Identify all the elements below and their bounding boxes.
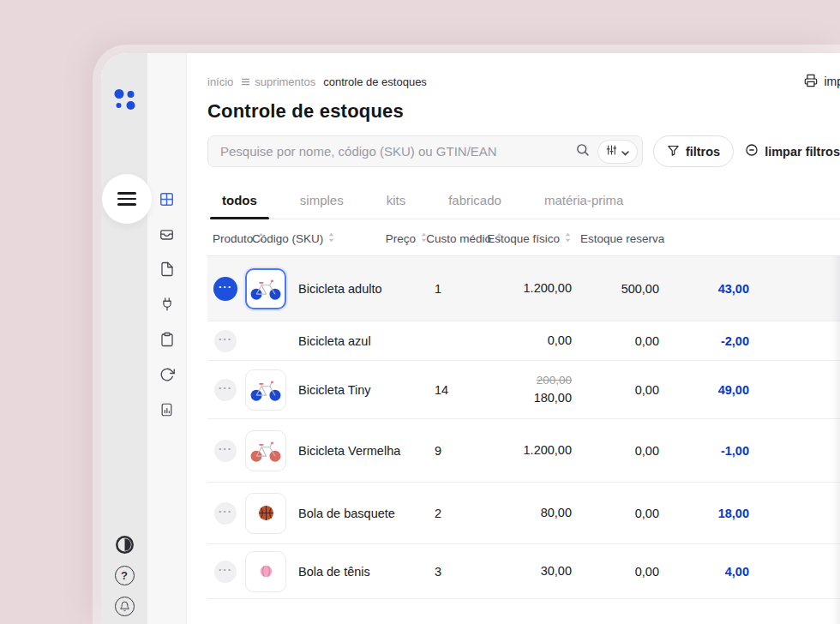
row-actions-button[interactable]: ··· [214, 561, 237, 583]
column-header-label: Preço [386, 232, 416, 245]
table-row[interactable]: ··· Bola de tênis 3 30,00 0,00 4,00 [207, 544, 840, 599]
row-action-cell: ··· [207, 502, 245, 525]
product-sku: 14 [428, 383, 503, 397]
search-box[interactable] [207, 135, 643, 167]
row-actions-button[interactable]: ··· [214, 379, 237, 401]
column-header[interactable]: Estoque reserva [572, 232, 659, 245]
search-options-dropdown[interactable] [597, 140, 638, 164]
product-stock-physical[interactable]: 43,00 [659, 282, 749, 296]
product-price-current: 80,00 [541, 504, 572, 523]
product-stock-physical[interactable]: -1,00 [659, 444, 749, 458]
sliders-icon [606, 144, 617, 159]
product-thumbnail-cell [245, 430, 293, 471]
product-name: Bola de basquete [293, 507, 428, 520]
column-header[interactable]: Preço [293, 232, 428, 245]
table-row[interactable]: ··· Bicicleta azul 0,00 0,00 -2,00 [207, 321, 840, 361]
product-avg-cost: 0,00 [572, 507, 659, 520]
sort-icon[interactable] [564, 232, 572, 245]
product-sku: 2 [428, 507, 503, 520]
product-stock-physical[interactable]: 49,00 [659, 383, 749, 397]
breadcrumb-item[interactable]: suprimentos [241, 75, 315, 88]
refresh-icon[interactable] [157, 364, 177, 385]
bike-red-thumbnail[interactable] [245, 430, 286, 471]
plug-icon[interactable] [157, 294, 177, 315]
clipboard-icon[interactable] [157, 329, 177, 350]
filters-label: filtros [686, 145, 720, 159]
tab-kits[interactable]: kits [375, 193, 418, 219]
tennis-thumbnail[interactable] [245, 551, 286, 592]
theme-contrast-icon[interactable] [115, 535, 135, 555]
screen: ? iníciosuprimentoscontrole de estoques … [0, 0, 840, 624]
controls-row: filtros limpar filtros [207, 135, 840, 167]
bling-logo-icon[interactable] [114, 89, 135, 110]
print-label: imp [824, 75, 840, 88]
clear-filters-button[interactable]: limpar filtros [745, 143, 840, 159]
product-name: Bola de tênis [293, 565, 428, 579]
product-name: Bicicleta azul [293, 334, 428, 348]
product-stock-physical[interactable]: 18,00 [659, 507, 749, 520]
product-stock-physical[interactable]: -2,00 [659, 334, 749, 348]
basketball-thumbnail[interactable] [245, 493, 286, 534]
column-header[interactable]: Estoque físico [503, 232, 572, 245]
inbox-icon[interactable] [157, 224, 177, 244]
help-icon[interactable]: ? [115, 566, 135, 585]
row-actions-button[interactable]: ··· [214, 330, 237, 352]
table-row[interactable]: ··· Bicicleta adulto 1 1.200,00 500,00 4… [207, 256, 840, 321]
tab-todos[interactable]: todos [210, 193, 269, 219]
column-header[interactable]: Produto [207, 232, 245, 245]
product-name: Bicicleta Tiny [293, 383, 428, 397]
modules-grid-icon[interactable] [157, 189, 177, 209]
row-actions-button[interactable]: ··· [214, 502, 237, 525]
print-button[interactable]: imp [804, 74, 840, 90]
search-input[interactable] [220, 144, 567, 159]
product-type-tabs: todossimpleskitsfabricadomatéria-prima [207, 193, 840, 219]
bike-blue-thumbnail[interactable] [245, 369, 286, 411]
breadcrumb-menu-icon [241, 75, 250, 88]
product-price: 1.200,00 [503, 441, 572, 460]
product-thumbnail-cell [245, 268, 293, 309]
product-avg-cost: 500,00 [572, 282, 659, 296]
breadcrumb: iníciosuprimentoscontrole de estoques [207, 75, 427, 88]
row-action-cell: ··· [207, 561, 245, 583]
column-header-label: Estoque reserva [580, 232, 664, 245]
funnel-icon [667, 144, 680, 159]
tab-simples[interactable]: simples [288, 193, 356, 219]
topbar: iníciosuprimentoscontrole de estoques im… [207, 74, 840, 89]
tab-matéria-prima[interactable]: matéria-prima [532, 193, 636, 219]
row-action-cell: ··· [207, 277, 245, 301]
breadcrumb-item: controle de estoques [323, 75, 427, 88]
row-actions-button[interactable]: ··· [213, 277, 237, 301]
stock-table: ProdutoCódigo (SKU)PreçoCusto médioEstoq… [207, 219, 840, 599]
hamburger-menu-button[interactable] [102, 174, 152, 224]
left-rail: ? [101, 53, 147, 624]
breadcrumb-item[interactable]: início [207, 75, 233, 88]
row-action-cell: ··· [207, 330, 245, 352]
row-action-cell: ··· [207, 440, 245, 462]
filters-button[interactable]: filtros [653, 135, 734, 167]
product-price-old: 200,00 [537, 372, 572, 389]
product-stock-physical[interactable]: 4,00 [659, 565, 749, 579]
product-price: 80,00 [503, 504, 572, 523]
product-name: Bicicleta adulto [293, 282, 428, 296]
row-actions-button[interactable]: ··· [214, 440, 237, 462]
product-thumbnail-cell [245, 369, 293, 411]
notifications-icon[interactable] [115, 597, 135, 616]
document-icon[interactable] [157, 259, 177, 279]
table-row[interactable]: ··· Bicicleta Tiny 14 200,00 180,00 0,00… [207, 361, 840, 419]
product-price: 30,00 [503, 562, 572, 581]
product-price-current: 0,00 [548, 332, 572, 351]
product-avg-cost: 0,00 [572, 444, 659, 458]
chevron-down-icon [621, 144, 629, 159]
main-content: iníciosuprimentoscontrole de estoques im… [187, 53, 840, 624]
tab-fabricado[interactable]: fabricado [436, 193, 513, 219]
bike-blue-thumbnail[interactable] [245, 268, 286, 309]
product-price: 1.200,00 [503, 279, 572, 298]
column-header[interactable]: Código (SKU) [245, 232, 293, 245]
report-icon[interactable] [157, 399, 177, 420]
search-icon[interactable] [575, 142, 590, 160]
column-header-label: Estoque físico [487, 232, 560, 245]
table-header-row: ProdutoCódigo (SKU)PreçoCusto médioEstoq… [207, 219, 840, 256]
product-price-current: 30,00 [541, 562, 572, 581]
table-row[interactable]: ··· Bola de basquete 2 80,00 0,00 18,00 [207, 483, 840, 544]
table-row[interactable]: ··· Bicicleta Vermelha 9 1.200,00 0,00 -… [207, 419, 840, 483]
